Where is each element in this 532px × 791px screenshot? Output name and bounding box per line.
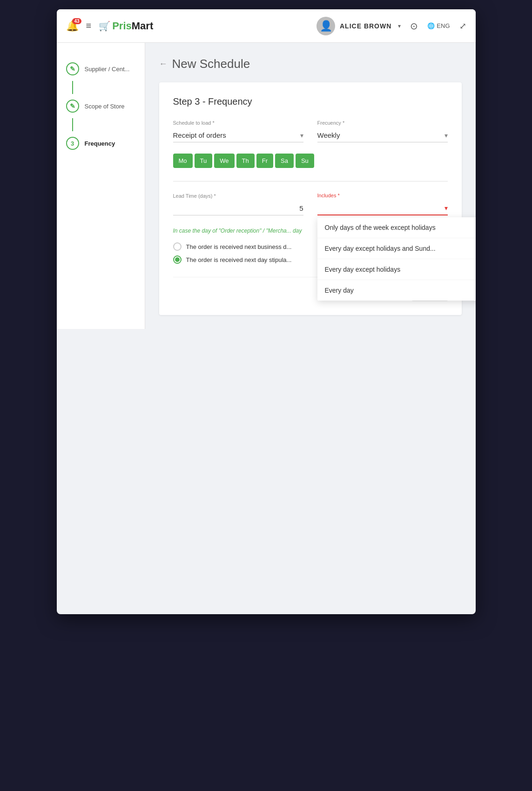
radio-inner-1 (175, 257, 180, 262)
sidebar-item-supplier[interactable]: ✎ Supplier / Cent... (57, 57, 145, 81)
day-button-sa[interactable]: Sa (275, 154, 294, 168)
day-button-th[interactable]: Th (236, 154, 255, 168)
avatar: 👤 (317, 17, 335, 35)
step-connector-1 (72, 81, 73, 94)
cart-icon: 🛒 (99, 20, 110, 32)
header-left: 🔔 43 ≡ 🛒 PrisMart (66, 20, 154, 32)
day-button-mo[interactable]: Mo (173, 154, 193, 168)
globe-icon: 🌐 (427, 22, 435, 29)
sidebar-item-frequency[interactable]: 3 Frequency (57, 131, 145, 155)
includes-input[interactable] (317, 201, 448, 215)
menu-icon[interactable]: ≡ (86, 20, 92, 31)
day-button-tu[interactable]: Tu (195, 154, 213, 168)
help-icon[interactable]: ⊙ (410, 20, 418, 32)
page-header: ← New Schedule (159, 57, 462, 71)
lead-time-field: Lead Time (days) * (173, 193, 303, 215)
back-arrow-icon[interactable]: ← (159, 59, 168, 69)
day-button-we[interactable]: We (214, 154, 234, 168)
day-buttons-group: Mo Tu We Th Fr Sa Su (173, 154, 448, 168)
notification-badge: 43 (72, 18, 81, 24)
step2-icon: ✎ (66, 100, 79, 113)
main-layout: ✎ Supplier / Cent... ✎ Scope of Store 3 … (57, 43, 476, 329)
includes-dropdown: Only days of the week except holidays Ev… (317, 217, 476, 301)
lead-time-input[interactable] (173, 201, 303, 215)
schedule-select-wrapper: Receipt of orders ▾ (173, 128, 303, 142)
step2-label: Scope of Store (85, 103, 125, 110)
sidebar: ✎ Supplier / Cent... ✎ Scope of Store 3 … (57, 43, 145, 329)
step1-icon: ✎ (66, 62, 79, 75)
lang-label: ENG (437, 22, 450, 29)
notification-button[interactable]: 🔔 43 (66, 20, 79, 32)
day-button-su[interactable]: Su (296, 154, 314, 168)
frequency-field: Frecuency * Weekly ▾ (317, 120, 448, 142)
logo: 🛒 PrisMart (99, 20, 153, 32)
divider-1 (173, 181, 448, 181)
includes-label: Includes * (317, 193, 448, 198)
step3-icon: 3 (66, 137, 79, 150)
includes-field: Includes * ▾ Only days of the week excep… (317, 193, 448, 215)
main-content: ← New Schedule Step 3 - Frequency Schedu… (145, 43, 476, 329)
lead-time-row: Lead Time (days) * Includes * ▾ Only day… (173, 193, 448, 215)
radio-label-1: The order is received next day stipula..… (186, 256, 292, 263)
card-title: Step 3 - Frequency (173, 96, 448, 107)
includes-arrow-icon: ▾ (444, 204, 448, 212)
language-selector[interactable]: 🌐 ENG (427, 22, 450, 29)
schedule-select[interactable]: Receipt of orders (173, 128, 303, 142)
step-connector-2 (72, 118, 73, 131)
dropdown-item-2[interactable]: Every day except holidays (317, 259, 476, 280)
chevron-down-icon: ▾ (398, 23, 401, 29)
frequency-label: Frecuency * (317, 120, 448, 126)
user-section[interactable]: 👤 ALICE BROWN ▾ (317, 17, 401, 35)
page-title: New Schedule (172, 57, 250, 71)
header-right: 👤 ALICE BROWN ▾ ⊙ 🌐 ENG ⤢ (317, 17, 466, 35)
dropdown-item-1[interactable]: Every day except holidays and Sund... (317, 238, 476, 259)
radio-circle-0 (173, 242, 182, 251)
lead-time-label: Lead Time (days) * (173, 193, 303, 199)
dropdown-item-0[interactable]: Only days of the week except holidays (317, 217, 476, 238)
schedule-field: Schedule to load * Receipt of orders ▾ (173, 120, 303, 142)
radio-circle-1 (173, 255, 182, 264)
includes-input-wrapper: ▾ (317, 201, 448, 215)
frequency-card: Step 3 - Frequency Schedule to load * Re… (159, 82, 462, 315)
app-header: 🔔 43 ≡ 🛒 PrisMart 👤 ALICE BROWN ▾ ⊙ 🌐 EN… (57, 9, 476, 43)
step1-label: Supplier / Cent... (85, 66, 130, 73)
expand-icon[interactable]: ⤢ (459, 21, 466, 31)
schedule-frequency-row: Schedule to load * Receipt of orders ▾ F… (173, 120, 448, 142)
sidebar-item-scope[interactable]: ✎ Scope of Store (57, 94, 145, 118)
day-button-fr[interactable]: Fr (256, 154, 273, 168)
frequency-select-wrapper: Weekly ▾ (317, 128, 448, 142)
logo-pris: Pris (112, 20, 132, 32)
dropdown-item-3[interactable]: Every day (317, 280, 476, 301)
radio-label-0: The order is received next business d... (186, 243, 292, 250)
logo-mart: Mart (132, 20, 153, 32)
step3-label: Frequency (85, 140, 115, 147)
frequency-select[interactable]: Weekly (317, 128, 448, 142)
schedule-label: Schedule to load * (173, 120, 303, 126)
user-name: ALICE BROWN (340, 22, 391, 30)
